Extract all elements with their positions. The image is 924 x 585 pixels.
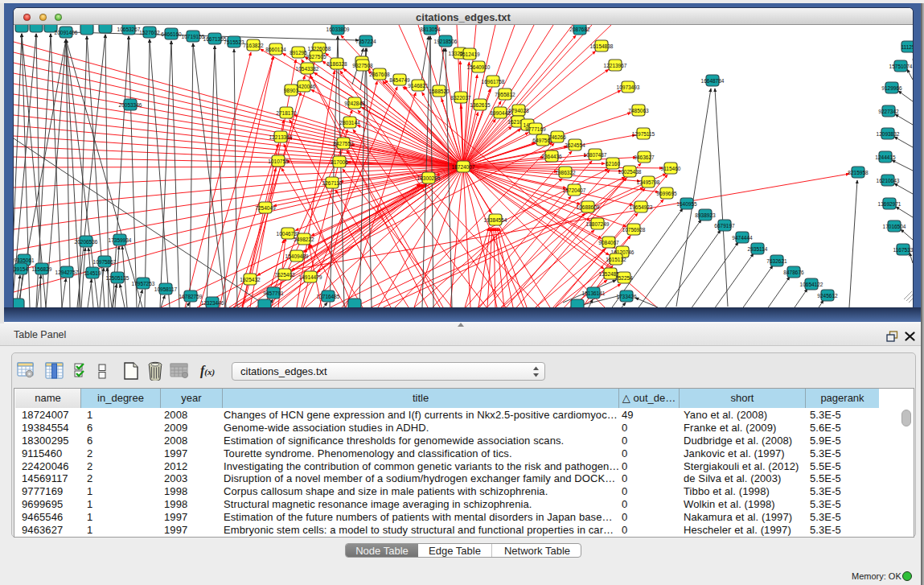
svg-text:8427552: 8427552 bbox=[333, 141, 354, 146]
svg-text:20206536: 20206536 bbox=[75, 239, 98, 245]
svg-text:19384554: 19384554 bbox=[484, 217, 507, 223]
svg-text:10688609: 10688609 bbox=[577, 204, 600, 210]
svg-text:6794028: 6794028 bbox=[508, 108, 529, 113]
svg-text:10719155: 10719155 bbox=[182, 34, 205, 39]
svg-text:746266: 746266 bbox=[548, 134, 566, 140]
svg-text:18807249: 18807249 bbox=[586, 221, 610, 227]
svg-text:8322037: 8322037 bbox=[450, 95, 471, 101]
svg-text:1362615: 1362615 bbox=[470, 102, 491, 108]
svg-text:17359934: 17359934 bbox=[109, 237, 132, 243]
svg-text:1615132: 1615132 bbox=[606, 257, 626, 262]
svg-text:9463627: 9463627 bbox=[634, 154, 655, 160]
svg-text:7357224: 7357224 bbox=[355, 39, 376, 44]
svg-text:1733426: 1733426 bbox=[616, 294, 637, 299]
svg-text:2867608: 2867608 bbox=[369, 72, 390, 77]
svg-text:7485063: 7485063 bbox=[628, 108, 649, 113]
svg-text:10046738: 10046738 bbox=[277, 231, 300, 237]
svg-text:9129966: 9129966 bbox=[881, 85, 902, 91]
svg-text:252254: 252254 bbox=[615, 275, 633, 281]
svg-text:2364436: 2364436 bbox=[541, 154, 562, 159]
svg-text:39154: 39154 bbox=[14, 266, 28, 272]
svg-text:16648784: 16648784 bbox=[701, 78, 725, 84]
svg-text:7163822: 7163822 bbox=[243, 43, 264, 48]
svg-text:9699695: 9699695 bbox=[656, 191, 677, 196]
svg-text:16154838: 16154838 bbox=[590, 43, 614, 49]
svg-text:114519: 114519 bbox=[84, 270, 101, 276]
svg-text:12505135: 12505135 bbox=[106, 275, 129, 281]
svg-text:3624554: 3624554 bbox=[565, 142, 585, 148]
svg-text:11125: 11125 bbox=[901, 44, 913, 50]
svg-text:20053346: 20053346 bbox=[119, 102, 142, 108]
svg-text:7254049: 7254049 bbox=[255, 205, 276, 211]
svg-text:12213967: 12213967 bbox=[604, 63, 627, 68]
svg-text:10025438: 10025438 bbox=[618, 169, 642, 175]
svg-text:18300295: 18300295 bbox=[417, 175, 441, 181]
svg-text:8186328: 8186328 bbox=[326, 61, 347, 67]
svg-text:2803144: 2803144 bbox=[339, 120, 360, 126]
svg-text:14914479: 14914479 bbox=[299, 274, 322, 280]
svg-text:1640955: 1640955 bbox=[676, 201, 697, 207]
svg-text:9457791: 9457791 bbox=[263, 290, 284, 296]
svg-text:2935114: 2935114 bbox=[748, 246, 768, 252]
svg-text:10958117: 10958117 bbox=[154, 286, 178, 292]
svg-text:1167533: 1167533 bbox=[893, 247, 913, 253]
svg-text:9327505: 9327505 bbox=[306, 54, 326, 60]
svg-text:10807487: 10807487 bbox=[584, 152, 607, 158]
svg-text:7625402: 7625402 bbox=[274, 272, 295, 278]
svg-text:891295: 891295 bbox=[290, 50, 307, 56]
svg-text:9084067: 9084067 bbox=[598, 240, 619, 245]
svg-text:7515523: 7515523 bbox=[224, 39, 244, 45]
svg-text:9115460: 9115460 bbox=[661, 166, 681, 171]
svg-text:5498222: 5498222 bbox=[294, 237, 314, 242]
svg-text:16210643: 16210643 bbox=[877, 178, 900, 183]
svg-text:8990448: 8990448 bbox=[490, 110, 511, 116]
svg-text:9474444: 9474444 bbox=[732, 235, 753, 241]
svg-text:7986322: 7986322 bbox=[555, 170, 576, 175]
svg-text:12213369: 12213369 bbox=[269, 134, 293, 140]
svg-text:8660124: 8660124 bbox=[265, 47, 286, 52]
svg-text:1925432: 1925432 bbox=[240, 277, 261, 282]
svg-text:6679197: 6679197 bbox=[714, 223, 735, 229]
svg-text:9327508: 9327508 bbox=[352, 63, 373, 68]
svg-text:62160: 62160 bbox=[606, 161, 620, 167]
svg-text:10973493: 10973493 bbox=[617, 84, 640, 90]
svg-text:17016504: 17016504 bbox=[883, 224, 906, 229]
svg-text:1588520: 1588520 bbox=[429, 89, 450, 94]
svg-text:6466160: 6466160 bbox=[161, 31, 182, 37]
svg-text:13692971: 13692971 bbox=[878, 201, 901, 207]
svg-text:15640910: 15640910 bbox=[467, 64, 491, 70]
svg-text:8478676: 8478676 bbox=[783, 270, 804, 275]
svg-text:16033809: 16033809 bbox=[326, 27, 350, 32]
svg-text:15136141: 15136141 bbox=[582, 290, 606, 296]
svg-text:7955812: 7955812 bbox=[495, 92, 515, 97]
svg-text:8813054: 8813054 bbox=[420, 27, 441, 32]
svg-text:10653267: 10653267 bbox=[117, 27, 141, 32]
svg-text:15751074: 15751074 bbox=[889, 64, 913, 69]
svg-text:2087682: 2087682 bbox=[569, 27, 590, 32]
svg-text:10654122: 10654122 bbox=[800, 282, 823, 287]
svg-text:9242848: 9242848 bbox=[344, 101, 365, 106]
svg-text:9777169: 9777169 bbox=[525, 126, 546, 132]
svg-text:15720407: 15720407 bbox=[563, 187, 586, 193]
svg-text:17957253: 17957253 bbox=[132, 281, 155, 286]
svg-text:20091406: 20091406 bbox=[55, 30, 78, 35]
svg-text:9335061: 9335061 bbox=[14, 257, 35, 263]
svg-text:19218506: 19218506 bbox=[434, 39, 458, 44]
svg-text:9245612: 9245612 bbox=[817, 293, 838, 299]
svg-text:12975115: 12975115 bbox=[632, 131, 655, 137]
svg-text:1527602: 1527602 bbox=[139, 30, 160, 35]
svg-text:12093832: 12093832 bbox=[877, 131, 900, 137]
svg-text:12942757: 12942757 bbox=[55, 270, 79, 275]
svg-text:15409489: 15409489 bbox=[285, 253, 309, 259]
svg-text:10756928: 10756928 bbox=[622, 227, 646, 233]
svg-text:817006: 817006 bbox=[331, 159, 348, 165]
svg-text:13716485: 13716485 bbox=[317, 294, 340, 299]
svg-text:9146821: 9146821 bbox=[408, 83, 429, 89]
svg-text:13495798: 13495798 bbox=[637, 179, 660, 185]
svg-text:10543382: 10543382 bbox=[296, 66, 319, 72]
svg-text:10975867: 10975867 bbox=[93, 259, 117, 265]
svg-text:9227342: 9227342 bbox=[878, 109, 899, 114]
svg-text:2718170: 2718170 bbox=[276, 110, 297, 116]
svg-text:8938923: 8938923 bbox=[695, 212, 716, 218]
svg-text:12323446: 12323446 bbox=[201, 300, 224, 306]
